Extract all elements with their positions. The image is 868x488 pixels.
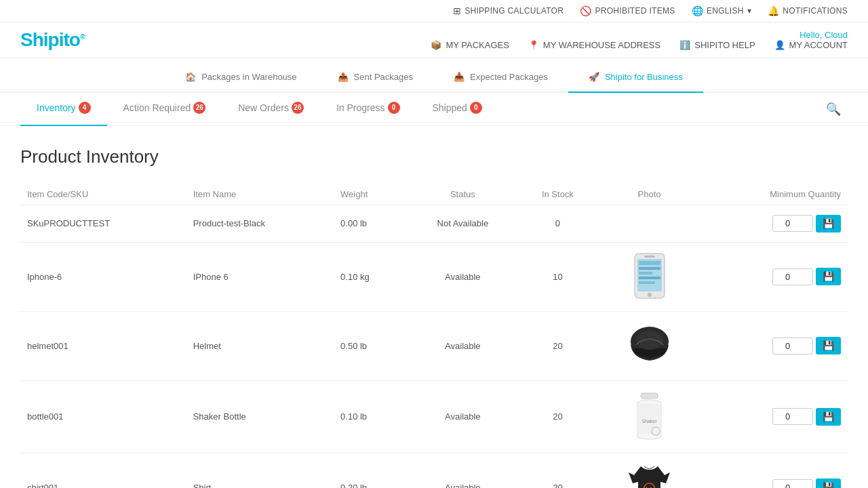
svg-rect-4 bbox=[639, 261, 660, 265]
new-orders-tab[interactable]: New Orders26 bbox=[222, 93, 320, 126]
top-bar: ⊞ SHIPPING CALCULATOR 🚫 PROHIBITED ITEMS… bbox=[0, 0, 868, 22]
warehouse-icon: 🏠 bbox=[185, 72, 196, 82]
user-icon: 👤 bbox=[774, 40, 785, 50]
min-qty-input[interactable] bbox=[772, 268, 813, 285]
row-status: Available bbox=[407, 453, 519, 488]
shipito-help-nav[interactable]: ℹ️ SHIPITO HELP bbox=[679, 40, 755, 50]
row-status: Available bbox=[407, 380, 519, 453]
search-button[interactable]: 🔍 bbox=[819, 95, 848, 123]
shipped-badge: 0 bbox=[470, 102, 482, 114]
header-weight: Weight bbox=[334, 184, 407, 205]
new-orders-badge: 26 bbox=[292, 102, 304, 114]
row-stock: 20 bbox=[519, 453, 597, 488]
language-selector[interactable]: 🌐 ENGLISH ▾ bbox=[692, 5, 751, 16]
row-photo bbox=[597, 453, 702, 488]
table-row: bottle001 Shaker Bottle 0.10 lb Availabl… bbox=[20, 380, 848, 453]
row-name: IPhone 6 bbox=[186, 242, 334, 311]
svg-rect-11 bbox=[641, 393, 658, 399]
main-content: Product Inventory Item Code/SKU Item Nam… bbox=[0, 126, 868, 489]
row-weight: 0.00 lb bbox=[334, 205, 407, 242]
save-qty-button[interactable]: 💾 bbox=[816, 408, 841, 426]
in-progress-badge: 0 bbox=[388, 102, 400, 114]
prohibited-icon: 🚫 bbox=[580, 5, 591, 16]
row-minqty-cell: 💾 bbox=[702, 311, 848, 380]
row-name: Shaker Bottle bbox=[186, 380, 334, 453]
notifications[interactable]: 🔔 NOTIFICATIONS bbox=[768, 5, 848, 16]
row-weight: 0.10 lb bbox=[334, 380, 407, 453]
min-qty-input[interactable] bbox=[772, 479, 813, 489]
min-qty-input[interactable] bbox=[772, 338, 813, 354]
prohibited-items[interactable]: 🚫 PROHIBITED ITEMS bbox=[580, 5, 675, 16]
main-nav: 📦 MY PACKAGES 📍 MY WAREHOUSE ADDRESS ℹ️ … bbox=[431, 40, 848, 50]
user-greeting-wrap: Hello, Cloud 📦 MY PACKAGES 📍 MY WAREHOUS… bbox=[431, 30, 848, 50]
logo[interactable]: Shipito® bbox=[20, 29, 85, 51]
row-name: Helmet bbox=[186, 311, 334, 380]
my-packages-nav[interactable]: 📦 MY PACKAGES bbox=[431, 40, 509, 50]
svg-rect-2 bbox=[644, 256, 655, 258]
table-row: shirt001 Shirt 0.20 lb Available 20 💾 bbox=[20, 453, 848, 488]
calculator-icon: ⊞ bbox=[453, 5, 461, 16]
sub-tabs: Inventory4 Action Required26 New Orders2… bbox=[0, 93, 868, 126]
warehouse-address-nav[interactable]: 📍 MY WAREHOUSE ADDRESS bbox=[528, 40, 660, 50]
business-icon: 🚀 bbox=[589, 72, 599, 82]
row-photo bbox=[597, 205, 702, 242]
save-qty-button[interactable]: 💾 bbox=[816, 479, 841, 488]
save-qty-button[interactable]: 💾 bbox=[816, 268, 841, 285]
svg-rect-8 bbox=[639, 281, 655, 284]
row-weight: 0.10 kg bbox=[334, 242, 407, 311]
row-minqty-cell: 💾 bbox=[702, 205, 848, 242]
shipped-tab[interactable]: Shipped0 bbox=[416, 93, 498, 126]
row-minqty-cell: 💾 bbox=[702, 380, 848, 453]
my-account-nav[interactable]: 👤 MY ACCOUNT bbox=[774, 40, 848, 50]
header-name: Item Name bbox=[186, 184, 334, 205]
expected-icon: 📥 bbox=[454, 72, 465, 82]
action-required-tab[interactable]: Action Required26 bbox=[107, 93, 222, 126]
row-status: Available bbox=[407, 311, 519, 380]
min-qty-input[interactable] bbox=[772, 408, 813, 425]
row-minqty-cell: 💾 bbox=[702, 453, 848, 488]
table-row: SKuPRODUCTTEST Product-test-Black 0.00 l… bbox=[20, 205, 848, 242]
header-sku: Item Code/SKU bbox=[20, 184, 186, 205]
row-weight: 0.20 lb bbox=[334, 453, 407, 488]
row-weight: 0.50 lb bbox=[334, 311, 407, 380]
row-sku: bottle001 bbox=[20, 380, 186, 453]
package-tabs: 🏠 Packages in Warehouse 📤 Sent Packages … bbox=[0, 58, 868, 93]
expected-packages-tab[interactable]: 📥 Expected Packages bbox=[433, 66, 568, 93]
inventory-badge: 4 bbox=[79, 102, 91, 114]
sent-icon: 📤 bbox=[338, 72, 349, 82]
shipping-calculator[interactable]: ⊞ SHIPPING CALCULATOR bbox=[453, 5, 564, 16]
chevron-down-icon: ▾ bbox=[747, 6, 751, 16]
min-qty-input[interactable] bbox=[772, 215, 813, 232]
inventory-table: Item Code/SKU Item Name Weight Status In… bbox=[20, 184, 848, 489]
header-status: Status bbox=[407, 184, 519, 205]
save-qty-button[interactable]: 💾 bbox=[816, 215, 841, 232]
packages-in-warehouse-tab[interactable]: 🏠 Packages in Warehouse bbox=[165, 66, 317, 93]
row-sku: Iphone-6 bbox=[20, 242, 186, 311]
sent-packages-tab[interactable]: 📤 Sent Packages bbox=[317, 66, 433, 93]
packages-icon: 📦 bbox=[431, 40, 441, 50]
main-header: Shipito® Hello, Cloud 📦 MY PACKAGES 📍 MY… bbox=[0, 22, 868, 58]
in-progress-tab[interactable]: In Progress0 bbox=[320, 93, 416, 126]
svg-rect-5 bbox=[639, 267, 660, 270]
svg-point-10 bbox=[636, 331, 663, 350]
action-required-badge: 26 bbox=[193, 102, 205, 114]
row-sku: helmet001 bbox=[20, 311, 186, 380]
user-greeting: Hello, Cloud bbox=[800, 30, 848, 40]
header-minqty: Minimum Quantity bbox=[702, 184, 848, 205]
row-photo bbox=[597, 311, 702, 380]
shipito-business-tab[interactable]: 🚀 Shipito for Business bbox=[568, 66, 703, 93]
page-title: Product Inventory bbox=[20, 146, 848, 167]
inventory-tab[interactable]: Inventory4 bbox=[20, 93, 107, 126]
bell-icon: 🔔 bbox=[768, 5, 779, 16]
row-status: Not Available bbox=[407, 205, 519, 242]
save-qty-button[interactable]: 💾 bbox=[816, 337, 841, 354]
location-icon: 📍 bbox=[528, 40, 539, 50]
row-name: Product-test-Black bbox=[186, 205, 334, 242]
row-stock: 0 bbox=[519, 205, 597, 242]
svg-text:Shaker: Shaker bbox=[642, 419, 657, 424]
row-photo bbox=[597, 242, 702, 311]
row-sku: SKuPRODUCTTEST bbox=[20, 205, 186, 242]
row-minqty-cell: 💾 bbox=[702, 242, 848, 311]
row-name: Shirt bbox=[186, 453, 334, 488]
table-row: helmet001 Helmet 0.50 lb Available 20 💾 bbox=[20, 311, 848, 380]
